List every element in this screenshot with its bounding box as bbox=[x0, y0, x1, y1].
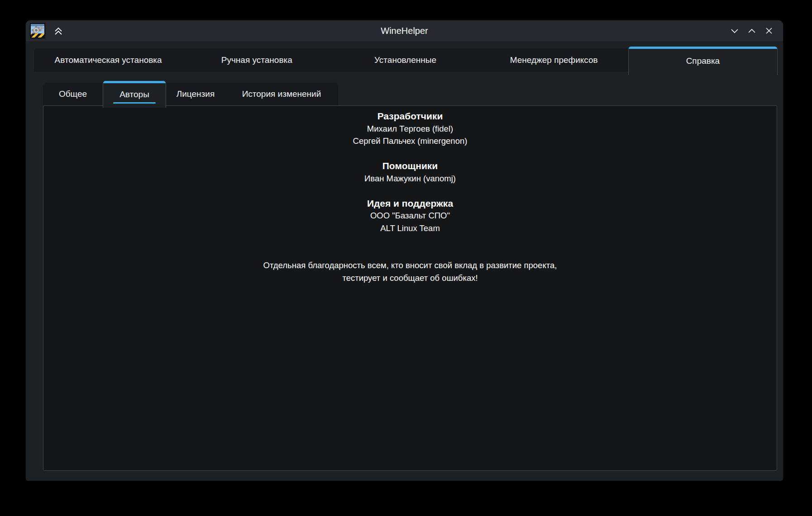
close-x-icon bbox=[764, 26, 774, 36]
help-sub-tab-bar: ОбщееАвторыЛицензияИстория изменений bbox=[43, 83, 338, 105]
sub-tab-label: Общее bbox=[59, 89, 87, 99]
sub-tab-3[interactable]: Лицензия bbox=[166, 83, 225, 105]
credits-line bbox=[43, 247, 777, 260]
credits-line bbox=[43, 234, 777, 247]
credits-heading: Разработчики bbox=[43, 110, 777, 123]
main-tab-1[interactable]: Автоматическая установка bbox=[34, 48, 182, 72]
credits-heading: Идея и поддержка bbox=[43, 197, 777, 210]
maximize-button[interactable] bbox=[745, 24, 759, 38]
main-tab-5[interactable]: Справка bbox=[628, 47, 778, 75]
credits-line: Отдельная благодарность всем, кто вносит… bbox=[43, 259, 777, 272]
credits-line: Михаил Тергоев (fidel) bbox=[43, 123, 777, 135]
close-button[interactable] bbox=[762, 24, 776, 38]
window-controls bbox=[728, 20, 776, 41]
credits-line: Иван Мажукин (vanomj) bbox=[43, 172, 777, 185]
main-tab-bar: Автоматическая установкаРучная установка… bbox=[34, 48, 778, 72]
credits-line: ALT Linux Team bbox=[43, 222, 777, 235]
main-tab-4[interactable]: Менеджер префиксов bbox=[480, 48, 628, 72]
window-title: WineHelper bbox=[26, 20, 783, 41]
minimize-button[interactable] bbox=[728, 24, 741, 38]
sub-tab-2[interactable]: Авторы bbox=[103, 81, 166, 108]
main-tab-3[interactable]: Установленные bbox=[331, 48, 479, 72]
collapse-titlebar-button[interactable] bbox=[52, 24, 65, 38]
winehelper-window: WineHelper Автоматическая установкаРучна… bbox=[26, 20, 783, 481]
authors-content-frame: РазработчикиМихаил Тергоев (fidel)Сергей… bbox=[43, 105, 777, 471]
app-icon[interactable] bbox=[30, 23, 45, 38]
chevron-down-icon bbox=[730, 26, 740, 36]
credits-line: Сергей Пальчех (minergenon) bbox=[43, 135, 777, 147]
sub-tab-label: История изменений bbox=[242, 89, 321, 99]
credits-text: РазработчикиМихаил Тергоев (fidel)Сергей… bbox=[43, 106, 777, 284]
main-tab-2[interactable]: Ручная установка bbox=[182, 48, 331, 72]
credits-line: тестирует и сообщает об ошибках! bbox=[43, 272, 777, 284]
titlebar[interactable]: WineHelper bbox=[26, 20, 783, 41]
credits-line bbox=[43, 147, 777, 160]
credits-line bbox=[43, 185, 777, 197]
sub-tab-label: Авторы bbox=[119, 90, 149, 99]
double-chevron-up-icon bbox=[53, 25, 64, 36]
sub-tab-4[interactable]: История изменений bbox=[225, 83, 338, 105]
winehelper-gear-hazard-icon bbox=[30, 23, 45, 38]
focus-underline bbox=[113, 102, 156, 104]
credits-heading: Помощники bbox=[43, 160, 777, 172]
sub-tab-1[interactable]: Общее bbox=[43, 83, 103, 105]
credits-line: ООО "Базальт СПО" bbox=[43, 209, 777, 222]
sub-tab-label: Лицензия bbox=[177, 89, 215, 99]
chevron-up-icon bbox=[747, 26, 757, 36]
